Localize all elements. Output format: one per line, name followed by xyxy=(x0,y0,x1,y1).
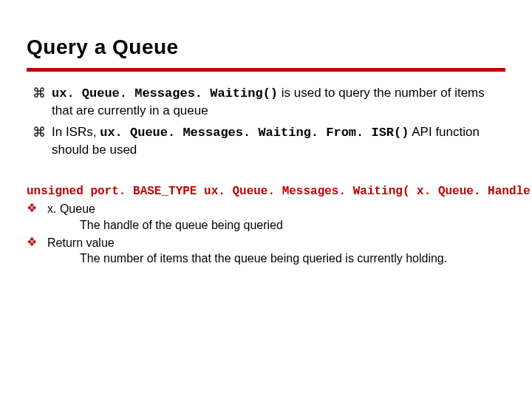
bullet-item: ⌘ In ISRs, ux. Queue. Messages. Waiting.… xyxy=(33,124,499,159)
slide: Query a Queue ⌘ ux. Queue. Messages. Wai… xyxy=(0,0,532,399)
bullet-lead: In ISRs, xyxy=(52,125,100,139)
signature-section: unsigned port. BASE_TYPE ux. Queue. Mess… xyxy=(0,163,532,267)
page-title: Query a Queue xyxy=(27,35,505,59)
param-desc: The handle of the queue being queried xyxy=(27,217,505,233)
param-desc: The number of items that the queue being… xyxy=(27,250,505,267)
param-name: x. Queue xyxy=(47,201,505,217)
bullet-text: In ISRs, ux. Queue. Messages. Waiting. F… xyxy=(52,124,499,159)
code-inline: ux. Queue. Messages. Waiting. From. ISR(… xyxy=(100,126,409,140)
diamond-icon: ❖ xyxy=(27,201,47,216)
diamond-icon: ❖ xyxy=(27,235,47,250)
code-inline: ux. Queue. Messages. Waiting() xyxy=(52,86,278,100)
title-block: Query a Queue xyxy=(0,0,532,59)
command-key-icon: ⌘ xyxy=(33,124,52,141)
function-signature: unsigned port. BASE_TYPE ux. Queue. Mess… xyxy=(27,184,505,200)
param-name: Return value xyxy=(47,235,505,251)
bullet-text: ux. Queue. Messages. Waiting() is used t… xyxy=(52,85,499,120)
bullet-item: ⌘ ux. Queue. Messages. Waiting() is used… xyxy=(33,85,499,120)
param-item: ❖ x. Queue xyxy=(27,201,505,217)
command-key-icon: ⌘ xyxy=(33,85,52,102)
param-item: ❖ Return value xyxy=(27,235,505,251)
main-bullets: ⌘ ux. Queue. Messages. Waiting() is used… xyxy=(0,72,532,159)
